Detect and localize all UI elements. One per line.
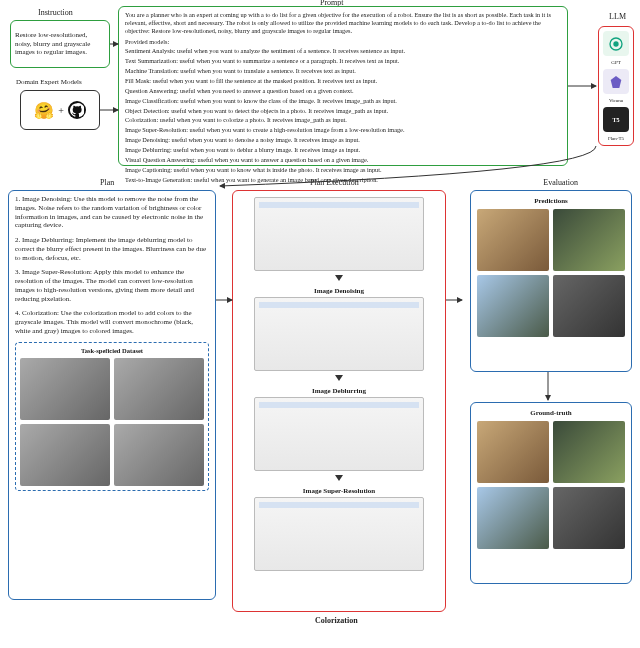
exec-step-3-label: Image Super-Resolution [303, 487, 375, 495]
predictions-title: Predictions [477, 197, 625, 205]
task-dataset-title: Task-speficied Dataset [20, 347, 204, 355]
model-5: Image Classification: useful when you wa… [125, 97, 561, 105]
llm-vicuna [603, 69, 629, 94]
evaluation-label: Evaluation [543, 178, 578, 187]
vicuna-icon [608, 74, 624, 90]
plus-icon: + [58, 105, 64, 116]
llm-flant5: T5 [603, 107, 629, 132]
prediction-image [553, 209, 625, 271]
model-11: Visual Question Answering: useful when y… [125, 156, 561, 164]
model-12: Image Captioning: useful when you want t… [125, 166, 561, 174]
groundtruth-title: Ground-truth [477, 409, 625, 417]
prediction-image [553, 275, 625, 337]
model-3: Fill Mask: useful when you want to fill … [125, 77, 561, 85]
llm-flant5-label: Flan-T5 [608, 136, 624, 141]
exec-screenshot [254, 497, 424, 571]
exec-screenshot [254, 197, 424, 271]
prediction-image [477, 209, 549, 271]
exec-screenshot [254, 397, 424, 471]
gpt-icon [608, 36, 624, 52]
github-logo-icon [70, 103, 84, 117]
prediction-image [477, 275, 549, 337]
plan-execution-box: Image Denoising Image Deblurring Image S… [232, 190, 446, 612]
groundtruth-grid [477, 421, 625, 549]
predictions-grid [477, 209, 625, 337]
groundtruth-box: Ground-truth [470, 402, 632, 584]
model-10: Image Deblurring: useful when you want t… [125, 146, 561, 154]
provided-models-heading: Provided models: [125, 38, 561, 46]
groundtruth-image [553, 487, 625, 549]
model-0: Sentiment Analysis: useful when you want… [125, 47, 561, 55]
predictions-box: Predictions [470, 190, 632, 372]
plan-box: 1. Image Denoising: Use this model to re… [8, 190, 216, 600]
huggingface-icon: 🤗 [34, 101, 54, 120]
plan-label: Plan [100, 178, 114, 187]
instruction-label: Instruction [38, 8, 73, 17]
groundtruth-image [477, 421, 549, 483]
arrow-down-icon [335, 375, 343, 381]
llm-label: LLM [609, 12, 626, 21]
plan-step-3: 3. Image Super-Resolution: Apply this mo… [15, 268, 209, 303]
model-7: Colorization: useful when you want to co… [125, 116, 561, 124]
groundtruth-image [477, 487, 549, 549]
colorization-label: Colorization [315, 616, 358, 625]
model-8: Image Super-Resolution: useful when you … [125, 126, 561, 134]
arrow-down-icon [335, 275, 343, 281]
exec-step-2-label: Image Deblurring [312, 387, 366, 395]
domain-models-label: Domain Expert Models [16, 78, 82, 86]
plan-step-1: 1. Image Denoising: Use this model to re… [15, 195, 209, 230]
llm-gpt-label: GPT [611, 60, 620, 65]
llm-box: GPT Vicuna T5 Flan-T5 [598, 26, 634, 146]
model-9: Image Denoising: useful when you want to… [125, 136, 561, 144]
llm-gpt [603, 31, 629, 56]
dataset-image [20, 358, 110, 420]
model-4: Question Answering: useful when you need… [125, 87, 561, 95]
task-dataset-grid [20, 358, 204, 486]
plan-execution-label: Plan Execution [310, 178, 359, 187]
arrow-down-icon [335, 475, 343, 481]
model-1: Text Summarization: useful when you want… [125, 57, 561, 65]
prompt-intro: You are a planner who is an expert at co… [125, 11, 561, 35]
model-6: Object Detection: useful when you want t… [125, 107, 561, 115]
task-dataset-box: Task-speficied Dataset [15, 342, 209, 491]
prompt-box: You are a planner who is an expert at co… [118, 6, 568, 166]
instruction-box: Restore low-resolutioned, noisy, blurry … [10, 20, 110, 68]
svg-point-1 [613, 41, 618, 46]
github-icon [68, 101, 86, 119]
llm-vicuna-label: Vicuna [609, 98, 623, 103]
exec-screenshot [254, 297, 424, 371]
plan-step-4: 4. Colorization: Use the colorization mo… [15, 309, 209, 335]
domain-expert-models-box: 🤗 + [20, 90, 100, 130]
model-2: Machine Translation: useful when you wan… [125, 67, 561, 75]
plan-step-2: 2. Image Deblurring: Implement the image… [15, 236, 209, 262]
groundtruth-image [553, 421, 625, 483]
instruction-text: Restore low-resolutioned, noisy, blurry … [15, 31, 105, 57]
exec-step-1-label: Image Denoising [314, 287, 364, 295]
svg-marker-2 [611, 76, 622, 88]
dataset-image [114, 358, 204, 420]
dataset-image [114, 424, 204, 486]
dataset-image [20, 424, 110, 486]
